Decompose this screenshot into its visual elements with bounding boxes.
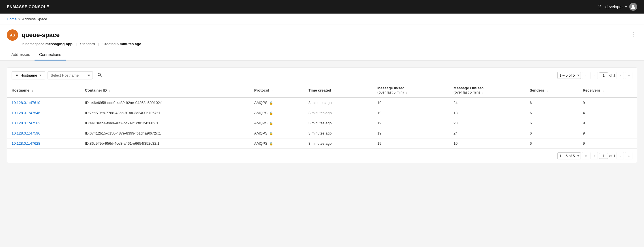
cell-senders-3: 6 (525, 128, 578, 138)
cell-time-4: 3 minutes ago (304, 138, 373, 149)
kebab-menu-button[interactable]: ⋮ (629, 29, 637, 38)
cell-time-1: 3 minutes ago (304, 108, 373, 118)
bottom-first-page-button[interactable]: « (582, 152, 589, 159)
cell-protocol-0: AMQPS 🔒 (250, 97, 304, 108)
breadcrumb-home[interactable]: Home (7, 17, 17, 21)
bottom-toolbar: 1 – 5 of 5 « ‹ of 1 › » (7, 148, 637, 163)
cell-container-3: ID:67412b15-d150-487e-8399-fb1d4a9f672c:… (80, 128, 250, 138)
top-last-page-button[interactable]: » (625, 72, 632, 79)
search-button[interactable] (95, 72, 104, 79)
sort-senders-icon: ↕ (546, 89, 548, 92)
bottom-page-input[interactable] (599, 153, 608, 159)
cell-senders-2: 6 (525, 118, 578, 128)
hostname-link-2[interactable]: 10.128.0.1:47582 (12, 121, 40, 125)
cell-msgout-4: 10 (449, 138, 525, 149)
main-content: ▼ Hostname ▼ Select Hostname 1 – 5 of 5 … (0, 61, 644, 170)
user-menu[interactable]: developer ▼ (606, 3, 637, 11)
col-msg-out[interactable]: Message Out/sec(over last 5 min) ↕ (449, 83, 525, 97)
bottom-last-page-button[interactable]: » (625, 152, 632, 159)
cell-msgin-2: 19 (373, 118, 449, 128)
toolbar-left: ▼ Hostname ▼ Select Hostname (12, 71, 104, 79)
table-head: Hostname ↕ Container ID ↕ Protocol ↕ Tim… (7, 83, 637, 97)
hostname-link-3[interactable]: 10.128.0.1:47596 (12, 131, 40, 135)
lock-icon-1: 🔒 (269, 111, 273, 115)
filter-button[interactable]: ▼ Hostname ▼ (12, 71, 45, 79)
top-next-page-button[interactable]: › (617, 72, 624, 79)
col-hostname[interactable]: Hostname ↕ (7, 83, 80, 97)
cell-time-2: 3 minutes ago (304, 118, 373, 128)
title-area: AS queue-space in namespace messaging-ap… (7, 29, 141, 49)
svg-line-2 (100, 75, 102, 77)
cell-container-0: ID:a46e6958-ddd9-4c89-92ae-04268b609102:… (80, 97, 250, 108)
sort-msgout-icon: ↕ (482, 91, 484, 94)
col-senders[interactable]: Senders ↕ (525, 83, 578, 97)
header-right: ? developer ▼ (598, 3, 637, 11)
col-receivers[interactable]: Receivers ↕ (578, 83, 637, 97)
cell-senders-0: 6 (525, 97, 578, 108)
cell-msgin-4: 19 (373, 138, 449, 149)
cell-msgin-1: 19 (373, 108, 449, 118)
sort-receivers-icon: ↕ (602, 89, 604, 92)
created-value: 6 minutes ago (117, 42, 141, 46)
app-title: ENMASSE CONSOLE (7, 5, 49, 9)
sort-hostname-icon: ↕ (31, 89, 33, 92)
cell-hostname-2: 10.128.0.1:47582 (7, 118, 80, 128)
meta-divider2: | (98, 42, 99, 46)
sort-timecreated-icon: ↕ (333, 89, 335, 92)
hostname-link-4[interactable]: 10.128.0.1:47628 (12, 141, 40, 146)
table-row: 10.128.0.1:47546 ID:7cdf79eb-7768-43ba-8… (7, 108, 637, 118)
bottom-next-page-button[interactable]: › (617, 152, 624, 159)
page-title: queue-space (22, 31, 60, 39)
breadcrumb-current: Address Space (22, 17, 47, 21)
cell-receivers-3: 9 (578, 128, 637, 138)
bottom-page-range-select[interactable]: 1 – 5 of 5 (557, 152, 581, 159)
cell-receivers-2: 9 (578, 118, 637, 128)
cell-senders-1: 6 (525, 108, 578, 118)
page-header: AS queue-space in namespace messaging-ap… (0, 25, 644, 61)
cell-container-4: ID:86c9ff9b-956d-4ce8-a461-e6654f352c32:… (80, 138, 250, 149)
top-page-range-select[interactable]: 1 – 5 of 5 (557, 72, 581, 79)
cell-hostname-4: 10.128.0.1:47628 (7, 138, 80, 149)
hostname-link-1[interactable]: 10.128.0.1:47546 (12, 111, 40, 115)
col-protocol[interactable]: Protocol ↕ (250, 83, 304, 97)
tab-connections[interactable]: Connections (35, 49, 66, 60)
filter-icon: ▼ (15, 73, 19, 77)
col-time-created[interactable]: Time created ↕ (304, 83, 373, 97)
lock-icon-3: 🔒 (269, 132, 273, 135)
username-label: developer (606, 5, 623, 9)
col-msg-in[interactable]: Message In/sec(over last 5 min) ↕ (373, 83, 449, 97)
breadcrumb: Home > Address Space (0, 14, 644, 25)
table-body: 10.128.0.1:47610 ID:a46e6958-ddd9-4c89-9… (7, 97, 637, 148)
top-first-page-button[interactable]: « (582, 72, 589, 79)
hostname-link-0[interactable]: 10.128.0.1:47610 (12, 101, 40, 105)
bottom-of-label: of 1 (609, 154, 615, 158)
type-label: Standard (80, 42, 95, 46)
page-meta: in namespace messaging-app | Standard | … (22, 42, 141, 49)
table-row: 10.128.0.1:47628 ID:86c9ff9b-956d-4ce8-a… (7, 138, 637, 149)
lock-icon-4: 🔒 (269, 142, 273, 145)
cell-receivers-1: 4 (578, 108, 637, 118)
cell-protocol-3: AMQPS 🔒 (250, 128, 304, 138)
svg-point-0 (632, 5, 634, 7)
hostname-select[interactable]: Select Hostname (48, 71, 93, 79)
top-page-input[interactable] (599, 72, 608, 78)
filter-dropdown-icon: ▼ (39, 74, 42, 77)
cell-protocol-2: AMQPS 🔒 (250, 118, 304, 128)
table-header-row: Hostname ↕ Container ID ↕ Protocol ↕ Tim… (7, 83, 637, 97)
sort-msgin-icon: ↕ (406, 91, 408, 94)
user-dropdown-icon: ▼ (624, 5, 628, 8)
table-row: 10.128.0.1:47582 ID:4413ecc4-fba9-48f7-b… (7, 118, 637, 128)
tab-addresses[interactable]: Addresses (7, 49, 35, 60)
top-prev-page-button[interactable]: ‹ (590, 72, 598, 79)
search-icon (97, 73, 102, 77)
top-header: ENMASSE CONSOLE ? developer ▼ (0, 0, 644, 14)
namespace-label: in namespace (22, 42, 44, 46)
help-icon[interactable]: ? (598, 4, 601, 9)
cell-container-2: ID:4413ecc4-fba9-48f7-bf50-21cf01242682:… (80, 118, 250, 128)
bottom-prev-page-button[interactable]: ‹ (590, 152, 598, 159)
top-of-label: of 1 (609, 73, 615, 77)
content-card: ▼ Hostname ▼ Select Hostname 1 – 5 of 5 … (7, 68, 637, 163)
page-header-top: AS queue-space in namespace messaging-ap… (7, 29, 637, 49)
col-container-id[interactable]: Container ID ↕ (80, 83, 250, 97)
cell-hostname-3: 10.128.0.1:47596 (7, 128, 80, 138)
